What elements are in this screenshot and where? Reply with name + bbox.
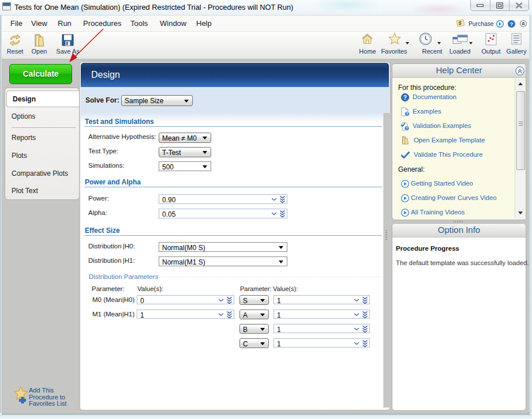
svg-text:?: ? xyxy=(510,21,514,27)
svg-text:?: ? xyxy=(406,126,408,130)
svg-text:?: ? xyxy=(403,95,407,101)
svg-text:$: $ xyxy=(458,20,462,26)
svg-text:?: ? xyxy=(406,112,409,116)
